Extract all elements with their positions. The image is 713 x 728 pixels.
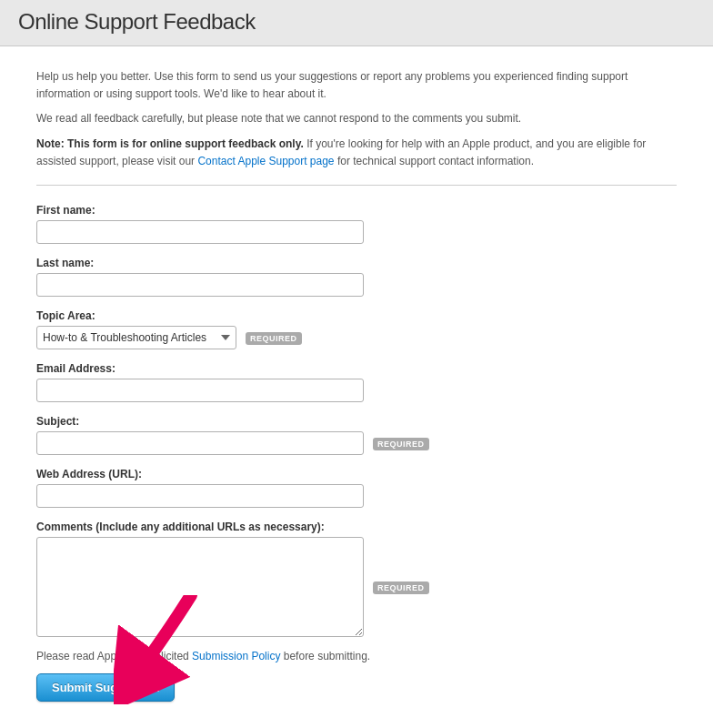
comments-group: Comments (Include any additional URLs as… [36, 521, 677, 637]
submit-note-prefix: Please read Apple's Unsolicited [36, 650, 192, 662]
topic-required-badge: REQUIRED [246, 332, 302, 345]
comments-label: Comments (Include any additional URLs as… [36, 521, 677, 533]
first-name-label: First name: [36, 204, 677, 217]
comments-required-badge: REQUIRED [373, 581, 429, 594]
contact-support-link[interactable]: Contact Apple Support page [197, 155, 334, 167]
page-title: Online Support Feedback [18, 9, 695, 35]
subject-required-badge: REQUIRED [373, 438, 429, 450]
section-divider [36, 185, 677, 186]
url-label: Web Address (URL): [36, 468, 677, 480]
note-text: Note: This form is for online support fe… [36, 136, 655, 170]
subject-label: Subject: [36, 415, 677, 428]
topic-label: Topic Area: [36, 309, 677, 322]
intro-paragraph-2: We read all feedback carefully, but plea… [36, 110, 655, 127]
topic-select[interactable]: How-to & Troubleshooting Articles Genera… [36, 326, 236, 349]
submit-note: Please read Apple's Unsolicited Submissi… [36, 650, 677, 662]
last-name-group: Last name: [36, 257, 677, 297]
email-input[interactable] [36, 379, 364, 402]
submit-button[interactable]: Submit Suggestion [36, 673, 175, 702]
submit-note-suffix: before submitting. [280, 650, 370, 662]
subject-group: Subject: REQUIRED [36, 415, 677, 455]
first-name-input[interactable] [36, 220, 364, 244]
url-input[interactable] [36, 484, 364, 508]
last-name-input[interactable] [36, 273, 364, 297]
email-label: Email Address: [36, 362, 677, 375]
comments-textarea[interactable] [36, 537, 364, 637]
url-group: Web Address (URL): [36, 468, 677, 508]
last-name-label: Last name: [36, 257, 677, 269]
topic-group: Topic Area: How-to & Troubleshooting Art… [36, 309, 677, 349]
note-bold: Note: This form is for online support fe… [36, 137, 304, 150]
first-name-group: First name: [36, 204, 677, 244]
email-group: Email Address: [36, 362, 677, 402]
subject-input[interactable] [36, 431, 364, 455]
submission-policy-link[interactable]: Submission Policy [192, 650, 280, 662]
note-suffix: for technical support contact informatio… [335, 155, 534, 167]
intro-paragraph-1: Help us help you better. Use this form t… [36, 68, 655, 103]
